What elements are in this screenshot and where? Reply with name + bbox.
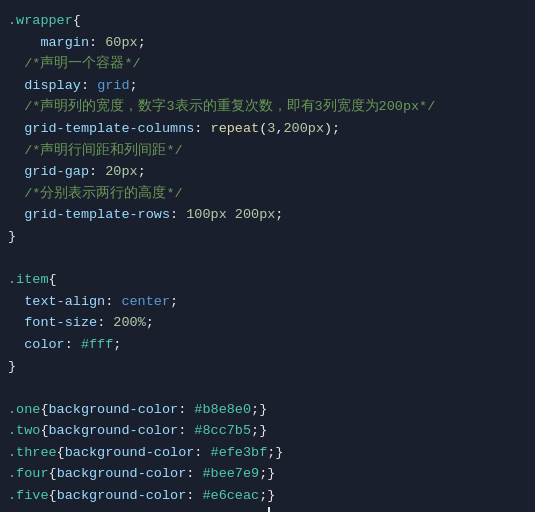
- brace: {: [49, 269, 57, 291]
- code-line: /*声明一个容器*/: [0, 53, 535, 75]
- code-line: .six{background-color: #ecad9e;}: [0, 507, 535, 512]
- code-line: /*声明行间距和列间距*/: [0, 140, 535, 162]
- css-property: color: [8, 334, 65, 356]
- brace: }: [8, 356, 16, 378]
- brace: }: [8, 226, 16, 248]
- css-value: #ecad9e: [194, 507, 251, 512]
- code-line: display: grid;: [0, 75, 535, 97]
- code-line: [0, 248, 535, 270]
- code-line: grid-template-rows: 100px 200px;: [0, 204, 535, 226]
- css-selector: .five: [8, 485, 49, 507]
- code-line: .four{background-color: #bee7e9;}: [0, 463, 535, 485]
- code-line: font-size: 200%;: [0, 312, 535, 334]
- code-line: .item{: [0, 269, 535, 291]
- css-value: #e6ceac: [202, 485, 259, 507]
- css-selector: .one: [8, 399, 40, 421]
- code-line: [0, 377, 535, 399]
- css-value: #b8e8e0: [194, 399, 251, 421]
- css-selector: .six: [8, 507, 40, 512]
- code-line: /*声明列的宽度，数字3表示的重复次数，即有3列宽度为200px*/: [0, 96, 535, 118]
- css-property: grid-template-columns: [8, 118, 194, 140]
- code-line: .wrapper{: [0, 10, 535, 32]
- css-property: background-color: [49, 399, 179, 421]
- css-func: repeat: [211, 118, 260, 140]
- css-comment: /*声明列的宽度，数字3表示的重复次数，即有3列宽度为200px*/: [8, 96, 435, 118]
- css-property: grid-gap: [8, 161, 89, 183]
- css-comment: /*声明行间距和列间距*/: [8, 140, 183, 162]
- css-selector: .wrapper: [8, 10, 73, 32]
- css-property: grid-template-rows: [8, 204, 170, 226]
- css-comment: /*分别表示两行的高度*/: [8, 183, 183, 205]
- css-selector: .item: [8, 269, 49, 291]
- brace: {: [73, 10, 81, 32]
- code-line: text-align: center;: [0, 291, 535, 313]
- code-line: grid-template-columns: repeat(3,200px);: [0, 118, 535, 140]
- code-line: .five{background-color: #e6ceac;}: [0, 485, 535, 507]
- css-property: background-color: [65, 442, 195, 464]
- css-selector: .two: [8, 420, 40, 442]
- css-property: margin: [24, 32, 89, 54]
- code-line: .three{background-color: #efe3bf;}: [0, 442, 535, 464]
- css-value: 20px: [105, 161, 137, 183]
- css-value: 200%: [113, 312, 145, 334]
- css-property: background-color: [49, 420, 179, 442]
- css-value: 200px: [283, 118, 324, 140]
- code-line: /*分别表示两行的高度*/: [0, 183, 535, 205]
- css-property: text-align: [8, 291, 105, 313]
- css-property: display: [8, 75, 81, 97]
- css-property: background-color: [57, 485, 187, 507]
- css-value: center: [121, 291, 170, 313]
- css-property: background-color: [49, 507, 179, 512]
- text-cursor: [268, 507, 270, 512]
- css-value: 3: [267, 118, 275, 140]
- css-comment: /*声明一个容器*/: [8, 53, 141, 75]
- code-line: margin: 60px;: [0, 32, 535, 54]
- css-selector: .three: [8, 442, 57, 464]
- css-value: #fff: [81, 334, 113, 356]
- css-value: grid: [97, 75, 129, 97]
- css-property: font-size: [8, 312, 97, 334]
- css-property: background-color: [57, 463, 187, 485]
- code-line: .one{background-color: #b8e8e0;}: [0, 399, 535, 421]
- css-selector: .four: [8, 463, 49, 485]
- code-line: grid-gap: 20px;: [0, 161, 535, 183]
- css-value: #efe3bf: [211, 442, 268, 464]
- code-line: color: #fff;: [0, 334, 535, 356]
- code-line: }: [0, 356, 535, 378]
- css-value: 60px: [105, 32, 137, 54]
- css-value: 100px 200px: [186, 204, 275, 226]
- code-editor: .wrapper{ margin: 60px; /*声明一个容器*/ displ…: [0, 6, 535, 512]
- code-line: .two{background-color: #8cc7b5;}: [0, 420, 535, 442]
- css-value: #bee7e9: [202, 463, 259, 485]
- css-value: #8cc7b5: [194, 420, 251, 442]
- code-line: }: [0, 226, 535, 248]
